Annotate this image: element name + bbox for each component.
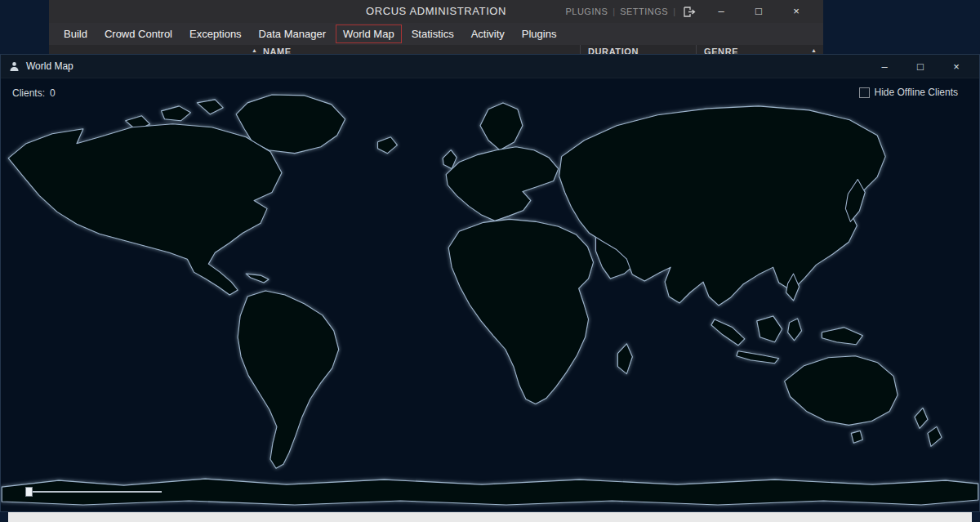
world-map-canvas[interactable] [1,78,979,511]
world-map[interactable] [1,78,979,511]
menu-item-exceptions[interactable]: Exceptions [182,25,249,43]
hide-offline-clients-label: Hide Offline Clients [875,87,959,98]
clients-count-label: Clients:0 [12,87,56,99]
settings-link[interactable]: SETTINGS [615,7,673,16]
admin-window: ORCUS ADMINISTRATION PLUGINS | SETTINGS … [49,0,823,57]
menu-bar: Build Crowd Control Exceptions Data Mana… [49,23,823,45]
world-map-window: World Map – □ × Clients:0 Hide Offline C… [0,54,980,512]
close-button[interactable]: × [777,0,815,23]
menu-item-crowd-control[interactable]: Crowd Control [97,25,180,43]
checkbox-icon[interactable] [859,87,870,98]
menu-item-activity[interactable]: Activity [464,25,512,43]
clients-count-value: 0 [50,87,56,99]
maximize-button[interactable]: □ [740,0,777,23]
world-map-window-title: World Map [26,60,74,72]
plugins-link[interactable]: PLUGINS [560,7,612,16]
menu-item-data-manager[interactable]: Data Manager [252,25,333,43]
minimize-button[interactable]: – [866,55,902,78]
world-map-app-icon [9,61,20,72]
maximize-button[interactable]: □ [902,55,938,78]
world-map-titlebar[interactable]: World Map – □ × [1,55,979,78]
menu-item-build[interactable]: Build [56,25,95,43]
zoom-slider[interactable] [25,487,162,497]
background-window-edge [8,512,972,522]
divider: | [673,7,675,16]
logout-icon[interactable] [684,7,696,17]
menu-item-statistics[interactable]: Statistics [404,25,461,43]
scroll-up-icon[interactable]: ▲ [811,47,817,53]
sort-icon[interactable]: ▲ [252,47,257,53]
admin-window-title: ORCUS ADMINISTRATION [366,5,506,17]
zoom-slider-thumb[interactable] [25,487,33,497]
close-button[interactable]: × [938,55,974,78]
menu-item-plugins[interactable]: Plugins [514,25,564,43]
hide-offline-clients-checkbox[interactable]: Hide Offline Clients [859,87,959,98]
zoom-slider-track[interactable] [25,491,162,493]
minimize-button[interactable]: – [702,0,740,23]
admin-titlebar[interactable]: ORCUS ADMINISTRATION PLUGINS | SETTINGS … [49,0,823,23]
desktop: ORCUS ADMINISTRATION PLUGINS | SETTINGS … [0,0,980,522]
menu-item-world-map[interactable]: World Map [336,25,402,43]
